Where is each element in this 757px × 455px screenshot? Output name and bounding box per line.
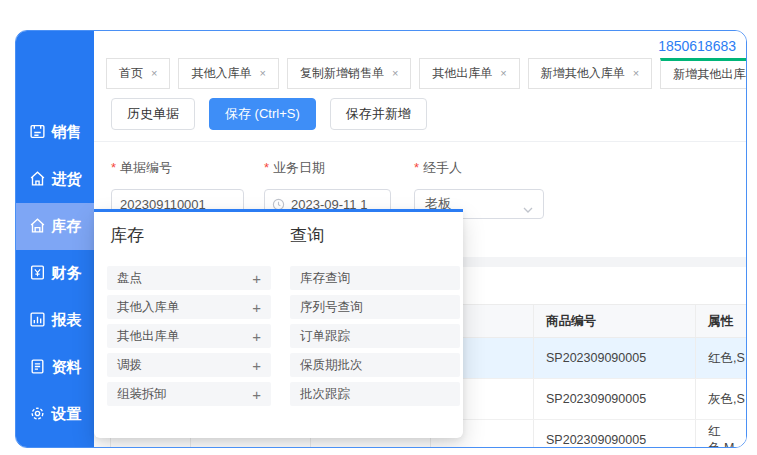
popup-item-assembly-disassembly[interactable]: 组装拆卸 + — [107, 382, 271, 406]
plus-icon[interactable]: + — [252, 300, 261, 315]
sidebar-item-label: 报表 — [52, 311, 82, 330]
attribute-cell: 灰色,S — [696, 379, 746, 419]
data-icon — [29, 358, 46, 378]
plus-icon[interactable]: + — [252, 271, 261, 286]
inventory-menu-list: 盘点 + 其他入库单 + 其他出库单 + 调拨 + — [107, 266, 271, 411]
reports-icon — [29, 311, 46, 331]
tab-new-other-outbound[interactable]: 新增其他出库单 × — [660, 58, 747, 89]
required-mark: * — [264, 160, 269, 175]
close-icon[interactable]: × — [259, 68, 265, 79]
sidebar-item-label: 进货 — [52, 170, 82, 189]
popup-item-other-outbound[interactable]: 其他出库单 + — [107, 324, 271, 348]
column-header-attribute: 属性 — [696, 305, 746, 337]
sidebar-item-label: 销售 — [52, 123, 82, 142]
sidebar-item-label: 资料 — [52, 358, 82, 377]
history-button[interactable]: 历史单据 — [111, 98, 195, 130]
tab-label: 其他入库单 — [191, 65, 251, 82]
query-menu-list: 库存查询 序列号查询 订单跟踪 保质期批次 批次跟踪 — [290, 266, 460, 411]
toolbar-divider — [94, 141, 746, 142]
sidebar-item-inventory[interactable]: 库存 — [16, 203, 94, 250]
handler-label: *经手人 — [414, 159, 544, 177]
popup-item-batch-tracking[interactable]: 批次跟踪 — [290, 382, 460, 406]
inventory-icon — [29, 217, 46, 237]
attribute-cell: 红色,S — [696, 338, 746, 378]
doc-number-label: *单据编号 — [111, 159, 244, 177]
column-header-product-code: 商品编号 — [534, 305, 696, 337]
chevron-down-icon — [523, 201, 533, 207]
tab-home[interactable]: 首页 × — [106, 58, 170, 89]
sidebar-item-reports[interactable]: 报表 — [16, 297, 94, 344]
content-area: 1850618683 首页 × 其他入库单 × 复制新增销售单 × 其他出库单 … — [94, 31, 746, 447]
popup-item-shelf-life-batch[interactable]: 保质期批次 — [290, 353, 460, 377]
sidebar-item-purchase[interactable]: 进货 — [16, 156, 94, 203]
account-number: 1850618683 — [658, 38, 736, 54]
tab-label: 复制新增销售单 — [300, 65, 384, 82]
tab-label: 其他出库单 — [432, 65, 492, 82]
required-mark: * — [414, 160, 419, 175]
screen: 销售 进货 库存 财务 报表 — [0, 0, 757, 455]
close-icon[interactable]: × — [392, 68, 398, 79]
tab-other-inbound[interactable]: 其他入库单 × — [178, 58, 278, 89]
finance-icon — [29, 264, 46, 284]
inventory-flyout-menu: 库存 查询 盘点 + 其他入库单 + 其他出库单 + — [94, 209, 463, 438]
purchase-icon — [29, 170, 46, 190]
plus-icon[interactable]: + — [252, 329, 261, 344]
plus-icon[interactable]: + — [252, 387, 261, 402]
gear-icon — [29, 405, 46, 425]
tab-other-outbound[interactable]: 其他出库单 × — [419, 58, 519, 89]
app-window: 销售 进货 库存 财务 报表 — [15, 30, 747, 448]
popup-item-order-tracking[interactable]: 订单跟踪 — [290, 324, 460, 348]
flyout-section-title-query: 查询 — [290, 224, 324, 247]
product-code-cell: SP202309090005 — [534, 420, 696, 448]
popup-item-serial-number-query[interactable]: 序列号查询 — [290, 295, 460, 319]
tab-label: 新增其他出库单 — [673, 66, 747, 83]
sidebar-item-label: 库存 — [52, 217, 82, 236]
tab-new-other-inbound[interactable]: 新增其他入库单 × — [528, 58, 652, 89]
popup-item-transfer[interactable]: 调拨 + — [107, 353, 271, 377]
sidebar-item-data[interactable]: 资料 — [16, 344, 94, 391]
product-code-cell: SP202309090005 — [534, 379, 696, 419]
sidebar-item-sales[interactable]: 销售 — [16, 109, 94, 156]
product-code-cell: SP202309090005 — [534, 338, 696, 378]
popup-item-inventory-query[interactable]: 库存查询 — [290, 266, 460, 290]
sidebar-item-settings[interactable]: 设置 — [16, 391, 94, 438]
sidebar-menu: 销售 进货 库存 财务 报表 — [16, 109, 94, 438]
close-icon[interactable]: × — [500, 68, 506, 79]
required-mark: * — [111, 160, 116, 175]
toolbar: 历史单据 保存 (Ctrl+S) 保存并新增 — [111, 98, 427, 130]
tab-label: 新增其他入库单 — [541, 65, 625, 82]
tab-copy-new-sales[interactable]: 复制新增销售单 × — [287, 58, 411, 89]
flyout-section-title-inventory: 库存 — [110, 224, 144, 247]
popup-item-other-inbound[interactable]: 其他入库单 + — [107, 295, 271, 319]
save-button[interactable]: 保存 (Ctrl+S) — [209, 98, 316, 130]
sidebar: 销售 进货 库存 财务 报表 — [16, 31, 94, 447]
sidebar-item-finance[interactable]: 财务 — [16, 250, 94, 297]
close-icon[interactable]: × — [151, 68, 157, 79]
sidebar-item-label: 设置 — [52, 405, 82, 424]
popup-item-stocktake[interactable]: 盘点 + — [107, 266, 271, 290]
attribute-cell: 红色,M — [696, 420, 746, 448]
sidebar-item-label: 财务 — [52, 264, 82, 283]
business-date-label: *业务日期 — [264, 159, 391, 177]
tab-bar: 首页 × 其他入库单 × 复制新增销售单 × 其他出库单 × 新增其他入库单 — [106, 58, 744, 89]
save-and-new-button[interactable]: 保存并新增 — [330, 98, 427, 130]
sales-icon — [29, 123, 46, 143]
close-icon[interactable]: × — [633, 68, 639, 79]
tab-label: 首页 — [119, 65, 143, 82]
plus-icon[interactable]: + — [252, 358, 261, 373]
